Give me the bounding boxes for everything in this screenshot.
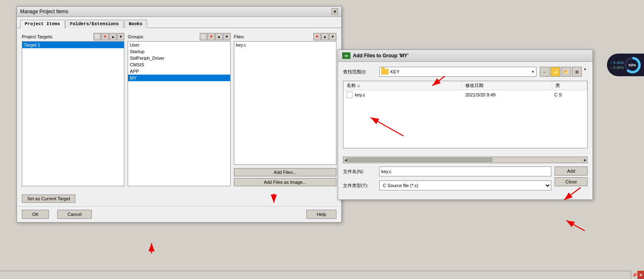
file-browser[interactable]: 名称 △ 修改日期 类 bbox=[343, 81, 588, 148]
nav-dropdown-icon[interactable]: ▼ bbox=[583, 67, 588, 77]
groups-new-button[interactable]: ⬜ bbox=[200, 33, 207, 40]
groups-up-button[interactable]: ▲ bbox=[215, 33, 223, 40]
set-current-target-button[interactable]: Set as Current Target bbox=[22, 195, 75, 203]
targets-delete-button[interactable]: ✕ bbox=[101, 33, 109, 40]
targets-panel: Project Targets: ⬜ ✕ ▲ ▼ Target 1 bbox=[22, 33, 124, 186]
wv-icon: W bbox=[342, 52, 350, 59]
file-type-container: C Source file (*.c) bbox=[379, 181, 551, 190]
file-item-keyc[interactable]: key.c bbox=[234, 42, 336, 48]
folder-icon bbox=[381, 69, 389, 75]
nav-back-button[interactable]: ← bbox=[540, 67, 550, 77]
file-icon bbox=[347, 91, 352, 98]
nav-view-button[interactable]: ⊞ bbox=[572, 67, 582, 77]
download-speed: ↓ 0.2K/s bbox=[610, 66, 624, 70]
close-status-button[interactable]: ✕ bbox=[637, 271, 644, 279]
sort-icon: △ bbox=[357, 84, 360, 87]
nav-toolbar: ← 📁 📂 ⊞ ▼ bbox=[540, 67, 588, 77]
network-stats: ↑ 0.1K/s ↓ 0.2K/s bbox=[610, 61, 624, 70]
group-item-user[interactable]: User bbox=[128, 42, 230, 48]
target-item-1[interactable]: Target 1 bbox=[22, 42, 124, 48]
dropdown-arrow-icon: ▼ bbox=[531, 70, 534, 74]
col-header-name[interactable]: 名称 △ bbox=[343, 81, 462, 90]
dialog-footer: OK Cancel Help bbox=[17, 206, 341, 222]
groups-label: Groups: bbox=[128, 34, 144, 39]
group-item-startup[interactable]: Startup bbox=[128, 48, 230, 55]
dialog-content: Project Targets: ⬜ ✕ ▲ ▼ Target 1 bbox=[17, 28, 341, 195]
file-name-input[interactable] bbox=[379, 166, 551, 176]
speed-circle: 63% bbox=[624, 57, 641, 73]
nav-folder-button[interactable]: 📁 bbox=[551, 67, 560, 77]
manage-dialog-title: Manage Project Items bbox=[20, 9, 68, 14]
status-bar-right: 📌 ✕ bbox=[631, 271, 644, 279]
groups-listbox[interactable]: User Startup StdPeriph_Driver CMSIS APP … bbox=[128, 41, 230, 186]
tab-project-items[interactable]: Project Items bbox=[20, 20, 65, 28]
add-files-button[interactable]: Add Files... bbox=[234, 168, 336, 176]
tabs-container: Project Items Folders/Extensions Books bbox=[17, 17, 341, 28]
targets-header: Project Targets: ⬜ ✕ ▲ ▼ bbox=[22, 33, 124, 40]
add-files-dialog: W Add Files to Group 'MY' 查找范围(I): KEY ▼… bbox=[338, 49, 593, 200]
file-type-row: 文件类型(T): C Source file (*.c) bbox=[343, 181, 551, 190]
scroll-right-button[interactable]: ▶ bbox=[584, 158, 586, 162]
pin-button[interactable]: 📌 bbox=[631, 271, 637, 279]
groups-delete-button[interactable]: ✕ bbox=[208, 33, 215, 40]
targets-up-button[interactable]: ▲ bbox=[109, 33, 117, 40]
targets-new-button[interactable]: ⬜ bbox=[93, 33, 101, 40]
files-label: Files: bbox=[234, 34, 245, 39]
group-item-my[interactable]: MY bbox=[128, 75, 230, 81]
network-widget: ↑ 0.1K/s ↓ 0.2K/s 63% bbox=[607, 54, 644, 76]
groups-toolbar: ⬜ ✕ ▲ ▼ bbox=[200, 33, 231, 40]
files-panel: Files: ✕ ▲ ▼ key.c Add Files... Add File… bbox=[234, 33, 336, 186]
file-row-keyc[interactable]: key.c 2021/3/20 9:49 C S bbox=[343, 90, 587, 99]
file-name-section: 文件名(N): 文件类型(T): C Source file (*.c) bbox=[343, 166, 551, 195]
file-browser-header: 名称 △ 修改日期 类 bbox=[343, 81, 587, 90]
add-files-image-button[interactable]: Add Files as Image... bbox=[234, 178, 336, 186]
add-files-section: Add Files... Add Files as Image... bbox=[234, 168, 336, 186]
files-up-button[interactable]: ▲ bbox=[321, 33, 329, 40]
targets-down-button[interactable]: ▼ bbox=[117, 33, 124, 40]
files-listbox[interactable]: key.c bbox=[234, 41, 336, 165]
group-item-cmsis[interactable]: CMSIS bbox=[128, 61, 230, 68]
group-item-stdperiph[interactable]: StdPeriph_Driver bbox=[128, 55, 230, 61]
manage-dialog-close-button[interactable]: ✕ bbox=[331, 8, 338, 15]
manage-dialog-titlebar: Manage Project Items ✕ bbox=[17, 7, 341, 17]
file-name-row: 文件名(N): bbox=[343, 166, 551, 176]
upload-speed: ↑ 0.1K/s bbox=[610, 61, 624, 65]
ok-button[interactable]: OK bbox=[22, 210, 49, 219]
files-toolbar: ✕ ▲ ▼ bbox=[313, 33, 336, 40]
columns-layout: Project Targets: ⬜ ✕ ▲ ▼ Target 1 bbox=[22, 33, 336, 186]
horizontal-scrollbar[interactable]: ◀ ▶ bbox=[343, 157, 588, 163]
file-type-label: 文件类型(T): bbox=[343, 183, 376, 189]
help-button[interactable]: Help bbox=[306, 210, 336, 219]
nav-new-folder-button[interactable]: 📂 bbox=[561, 67, 571, 77]
groups-down-button[interactable]: ▼ bbox=[223, 33, 231, 40]
add-files-content: 查找范围(I): KEY ▼ ← 📁 📂 ⊞ ▼ bbox=[338, 62, 593, 199]
close-button[interactable]: Close bbox=[555, 177, 588, 186]
col-header-date[interactable]: 修改日期 bbox=[462, 81, 553, 90]
add-button[interactable]: Add bbox=[555, 166, 588, 176]
groups-panel: Groups: ⬜ ✕ ▲ ▼ User Startup StdPeriph_D… bbox=[128, 33, 230, 186]
groups-header: Groups: ⬜ ✕ ▲ ▼ bbox=[128, 33, 230, 40]
file-type-select[interactable]: C Source file (*.c) bbox=[379, 181, 551, 190]
targets-label: Project Targets: bbox=[22, 34, 53, 39]
look-in-row: 查找范围(I): KEY ▼ ← 📁 📂 ⊞ ▼ bbox=[343, 67, 588, 77]
tab-folders-extensions[interactable]: Folders/Extensions bbox=[65, 20, 124, 28]
manage-project-dialog: Manage Project Items ✕ Project Items Fol… bbox=[16, 6, 342, 223]
file-cell-date: 2021/3/20 9:49 bbox=[465, 92, 554, 97]
files-delete-button[interactable]: ✕ bbox=[313, 33, 321, 40]
files-header: Files: ✕ ▲ ▼ bbox=[234, 33, 336, 40]
col-header-type[interactable]: 类 bbox=[552, 81, 587, 90]
scroll-thumb[interactable] bbox=[347, 158, 492, 162]
files-down-button[interactable]: ▼ bbox=[329, 33, 336, 40]
status-bar: 📌 ✕ bbox=[0, 271, 644, 279]
file-name-and-buttons: 文件名(N): 文件类型(T): C Source file (*.c) Add bbox=[343, 166, 588, 195]
targets-toolbar: ⬜ ✕ ▲ ▼ bbox=[93, 33, 124, 40]
add-files-title: Add Files to Group 'MY' bbox=[353, 53, 408, 59]
add-files-titlebar: W Add Files to Group 'MY' bbox=[338, 50, 593, 62]
look-in-value: KEY bbox=[390, 69, 531, 74]
tab-books[interactable]: Books bbox=[124, 20, 147, 28]
add-close-section: Add Close bbox=[555, 166, 588, 186]
targets-listbox[interactable]: Target 1 bbox=[22, 41, 124, 186]
file-browser-body[interactable]: key.c 2021/3/20 9:49 C S bbox=[343, 90, 587, 148]
cancel-button[interactable]: Cancel bbox=[57, 210, 92, 219]
group-item-app[interactable]: APP bbox=[128, 68, 230, 75]
